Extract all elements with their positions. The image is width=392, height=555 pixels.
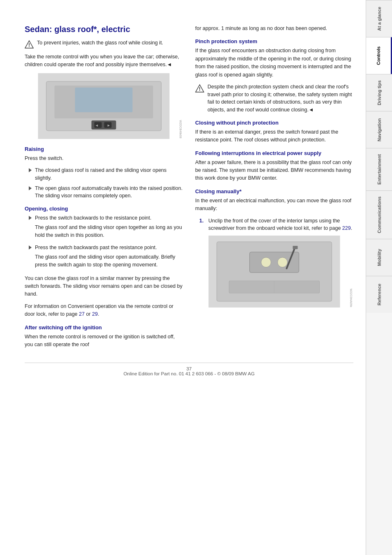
sidebar-tab-reference[interactable]: Reference	[366, 276, 392, 313]
edition-text: Online Edition for Part no. 01 41 2 603 …	[123, 371, 254, 376]
heading-closing-without-pinch: Closing without pinch protection	[195, 120, 353, 126]
left-column: Sedan: glass roof*, electric ! To preven…	[25, 25, 183, 353]
closing-without-pinch-body: If there is an external danger, press th…	[195, 128, 353, 144]
heading-pinch-protection: Pinch protection system	[195, 38, 353, 44]
link-page-27[interactable]: 27	[79, 311, 85, 317]
sub-text-2: The glass roof and the sliding visor ope…	[35, 253, 183, 269]
after-switching-body: When the remote control is removed or th…	[25, 333, 183, 349]
heading-raising: Raising	[25, 146, 183, 152]
warning-text-1: To prevent injuries, watch the glass roo…	[37, 39, 163, 47]
content-columns: Sedan: glass roof*, electric ! To preven…	[25, 25, 353, 353]
opening-body-2: For information on Convenient operation …	[25, 303, 183, 319]
warning-text-2: Despite the pinch protection system chec…	[208, 83, 353, 114]
raising-bullet-1: The closed glass roof is raised and the …	[29, 166, 183, 182]
following-interruptions-body: After a power failure, there is a possib…	[195, 159, 353, 183]
img-caption-2: W22C0t4A09k	[350, 289, 353, 307]
warning-box-1: ! To prevent injuries, watch the glass r…	[25, 39, 183, 49]
right-column: for approx. 1 minute as long as no door …	[195, 25, 353, 353]
manual-closing-image: W22C0t4A09k	[195, 236, 353, 309]
heading-opening-closing: Opening, closing	[25, 206, 183, 212]
closing-manually-body: In the event of an electrical malfunctio…	[195, 197, 353, 213]
svg-text:!: !	[199, 86, 201, 92]
heading-following-interruptions: Following interruptions in electrical po…	[195, 150, 353, 156]
svg-point-17	[278, 257, 288, 267]
raising-body: Press the switch.	[25, 155, 183, 162]
triangle-icon-1	[29, 168, 32, 172]
opening-body-1: You can close the glass roof in a simila…	[25, 275, 183, 298]
continuation-text: for approx. 1 minute as long as no door …	[195, 25, 353, 32]
sidebar-tab-navigation[interactable]: Navigation	[366, 111, 392, 148]
sidebar-tabs: At a glance Controls Driving tips Naviga…	[366, 0, 392, 555]
triangle-icon-4	[29, 245, 32, 250]
svg-text:◄: ◄	[95, 123, 99, 127]
raising-bullets: The closed glass roof is raised and the …	[25, 166, 183, 200]
sidebar-tab-at-a-glance[interactable]: At a glance	[366, 0, 392, 37]
step-1: 1. Unclip the front of the cover of the …	[199, 217, 353, 233]
opening-bullets: Press the switch backwards to the resist…	[25, 214, 183, 271]
sidebar-tab-controls[interactable]: Controls	[366, 37, 392, 74]
opening-bullet-2: Press the switch backwards past the resi…	[29, 244, 183, 271]
page-title: Sedan: glass roof*, electric	[25, 25, 183, 34]
svg-text:►: ►	[107, 123, 111, 127]
car-roof-control-svg: ◄ ►	[25, 73, 183, 139]
warning-icon-2: !	[195, 84, 204, 93]
heading-closing-manually: Closing manually*	[195, 188, 353, 194]
car-manual-svg	[195, 236, 353, 308]
sidebar-tab-communications[interactable]: Communications	[366, 190, 392, 239]
pinch-protection-body: If the glass roof encounters an obstruct…	[195, 47, 353, 79]
car-interior-image: ◄ ► W2DCB46k08	[25, 73, 183, 140]
sidebar-tab-driving-tips[interactable]: Driving tips	[366, 74, 392, 111]
page-footer: 37 Online Edition for Part no. 01 41 2 6…	[25, 363, 353, 376]
heading-after-switching: After switching off the ignition	[25, 324, 183, 331]
triangle-icon-2	[29, 186, 32, 190]
page-number: 37	[187, 366, 192, 371]
sidebar-tab-entertainment[interactable]: Entertainment	[366, 148, 392, 190]
warning-box-2: ! Despite the pinch protection system ch…	[195, 83, 353, 114]
img-caption-1: W2DCB46k08	[179, 120, 182, 138]
link-page-29[interactable]: 29	[92, 311, 98, 317]
warning-icon-1: !	[25, 40, 34, 49]
intro-text: Take the remote control with you when yo…	[25, 53, 183, 69]
step-num-1: 1.	[199, 217, 205, 225]
sidebar-tab-mobility[interactable]: Mobility	[366, 239, 392, 276]
svg-rect-19	[293, 246, 298, 249]
raising-bullet-2: The open glass roof automatically travel…	[29, 185, 183, 200]
triangle-icon-3	[29, 216, 32, 220]
opening-bullet-1: Press the switch backwards to the resist…	[29, 214, 183, 241]
link-page-229[interactable]: 229	[342, 225, 351, 231]
svg-text:!: !	[28, 42, 30, 48]
svg-point-16	[261, 257, 271, 267]
svg-rect-5	[75, 88, 133, 112]
sub-text-1: The glass roof and the sliding visor ope…	[35, 224, 183, 239]
closing-manually-steps: 1. Unclip the front of the cover of the …	[195, 217, 353, 233]
main-content: Sedan: glass roof*, electric ! To preven…	[0, 0, 366, 555]
